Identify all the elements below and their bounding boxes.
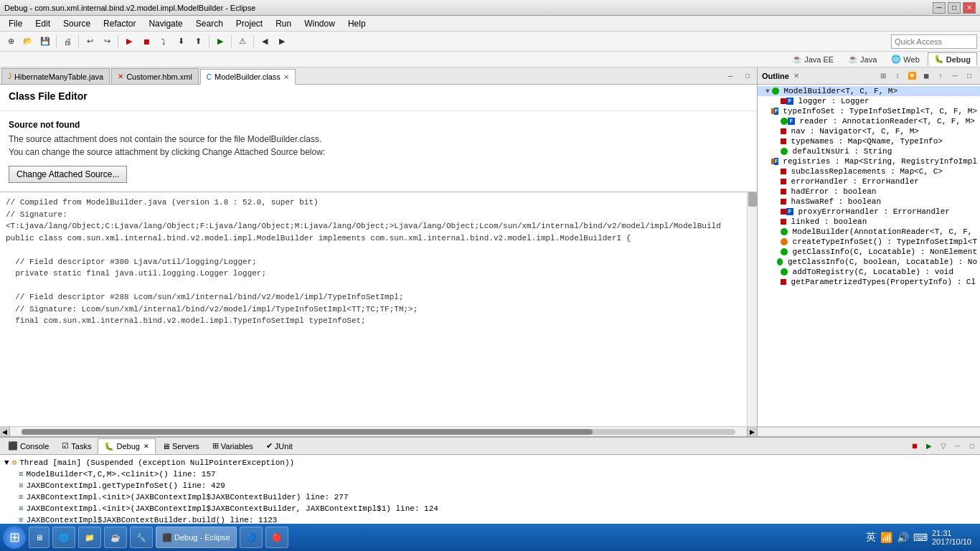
tree-row-addToRegistry[interactable]: addToRegistry(C, Locatable) : void: [758, 267, 980, 277]
tab-modelbuilder[interactable]: C ModelBuilder.class ✕: [200, 69, 296, 85]
persp-javaee-btn[interactable]: ☕ Java EE: [786, 52, 840, 66]
outline-sort-btn[interactable]: ↕: [891, 70, 904, 83]
debug-frame-2[interactable]: ≡ JAXBContextImpl.getTypeInfoSet() line:…: [4, 480, 976, 491]
taskbar-btn-4[interactable]: ☕: [104, 527, 127, 548]
tree-row-reader[interactable]: F reader : AnnotationReader<T, C, F, M>: [758, 116, 980, 126]
close-button[interactable]: ✕: [963, 2, 976, 14]
tb-undo-btn[interactable]: ↩: [82, 34, 98, 50]
editor-minimize-btn[interactable]: ─: [722, 68, 738, 84]
outline-show-inherited-btn[interactable]: ↑: [934, 70, 947, 83]
code-horizontal-scrollbar[interactable]: ◀ ▶: [0, 426, 757, 436]
debug-tab-close[interactable]: ✕: [143, 443, 149, 450]
taskbar-btn-5[interactable]: 🔧: [130, 527, 153, 548]
tree-row-createTypeInfoSet[interactable]: createTypeInfoSet() : TypeInfoSetImpl<T: [758, 237, 980, 247]
start-button[interactable]: ⊞: [3, 526, 26, 549]
menu-edit[interactable]: Edit: [29, 17, 56, 30]
tree-row-modelbuilder[interactable]: ▼ ModelBuilder<T, C, F, M>: [758, 86, 980, 96]
menu-search[interactable]: Search: [190, 17, 229, 30]
tab-servers[interactable]: 🖥 Servers: [156, 438, 206, 454]
tree-row-proxyErrorHandler[interactable]: F proxyErrorHandler : ErrorHandler: [758, 207, 980, 217]
menu-refactor[interactable]: Refactor: [98, 17, 141, 30]
editor-maximize-btn[interactable]: □: [740, 68, 755, 84]
tree-row-getParametrizedTypes[interactable]: getParametrizedTypes(PropertyInfo) : Cl: [758, 277, 980, 287]
tree-row-typeNames[interactable]: typeNames : Map<QName, TypeInfo>: [758, 136, 980, 146]
tree-row-constructor[interactable]: ModelBuilder(AnnotationReader<T, C, F,: [758, 227, 980, 237]
tree-row-logger[interactable]: F logger : Logger: [758, 96, 980, 106]
taskbar-btn-3[interactable]: 📁: [78, 527, 101, 548]
debug-frame-1[interactable]: ≡ ModelBuilder<T,C,M>.<clinit>() line: 1…: [4, 468, 976, 480]
menu-file[interactable]: File: [3, 17, 28, 30]
tree-row-hasSwaRef[interactable]: hasSwaRef : boolean: [758, 197, 980, 207]
menu-navigate[interactable]: Navigate: [143, 17, 188, 30]
outline-tree[interactable]: ▼ ModelBuilder<T, C, F, M> F logger : Lo…: [758, 85, 980, 426]
tb-back-btn[interactable]: ◀: [257, 34, 273, 50]
outline-min-btn[interactable]: ─: [948, 70, 961, 83]
menu-source[interactable]: Source: [57, 17, 96, 30]
persp-debug-btn[interactable]: 🐛 Debug: [928, 52, 977, 66]
tb-redo-btn[interactable]: ↪: [99, 34, 115, 50]
tab-customer[interactable]: ✕ Customer.hbm.xml: [111, 68, 199, 84]
tree-row-nav[interactable]: nav : Navigator<T, C, F, M>: [758, 126, 980, 136]
tree-row-linked[interactable]: linked : boolean: [758, 217, 980, 227]
change-attached-source-button[interactable]: Change Attached Source...: [9, 166, 127, 183]
persp-web-btn[interactable]: 🌐 Web: [885, 52, 925, 66]
persp-java-btn[interactable]: ☕ Java: [842, 52, 883, 66]
tab-debug[interactable]: 🐛 Debug ✕: [98, 438, 155, 454]
tb-forward-btn[interactable]: ▶: [274, 34, 290, 50]
code-scroll-right[interactable]: [747, 192, 757, 426]
tab-console[interactable]: ⬛ Console: [1, 438, 55, 454]
taskbar-btn-6[interactable]: 🔵: [240, 527, 263, 548]
tb-save-btn[interactable]: 💾: [37, 34, 53, 50]
tab-hibernate[interactable]: J HibernateManyTable.java: [1, 68, 110, 84]
bottom-maximize-btn[interactable]: □: [966, 440, 979, 453]
tree-row-hadError[interactable]: hadError : boolean: [758, 187, 980, 197]
tree-row-typeInfoSet[interactable]: F typeInfoSet : TypeInfoSetImpl<T, C, F,…: [758, 106, 980, 116]
tab-variables[interactable]: ⊞ Variables: [206, 438, 260, 454]
tb-stop-btn[interactable]: ⏹: [138, 34, 154, 50]
debug-frame-4[interactable]: ≡ JAXBContextImpl.<init>(JAXBContextImpl…: [4, 503, 976, 514]
menu-help[interactable]: Help: [342, 17, 372, 30]
tb-open-btn[interactable]: 📂: [20, 34, 36, 50]
outline-hide-fields-btn[interactable]: ◼: [920, 70, 933, 83]
debug-resume-btn[interactable]: ▶: [923, 440, 936, 453]
debug-frame-3[interactable]: ≡ JAXBContextImpl.<init>(JAXBContextImpl…: [4, 491, 976, 503]
taskbar-btn-7[interactable]: 🔴: [265, 527, 288, 548]
tree-row-registries[interactable]: F registries : Map<String, RegistryInfoI…: [758, 156, 980, 166]
bottom-minimize-btn[interactable]: ─: [951, 440, 964, 453]
menu-project[interactable]: Project: [230, 17, 268, 30]
scroll-left-btn[interactable]: ◀: [0, 427, 10, 437]
tb-stepover-btn[interactable]: ⤵: [156, 34, 171, 50]
tb-stepinto-btn[interactable]: ⬇: [173, 34, 189, 50]
tree-row-getClassInfo2[interactable]: getClassInfo(C, boolean, Locatable) : No: [758, 257, 980, 267]
scroll-right-btn[interactable]: ▶: [747, 427, 757, 437]
quick-access-input[interactable]: [891, 34, 977, 49]
tb-stepout-btn[interactable]: ⬆: [190, 34, 206, 50]
tb-next-err-btn[interactable]: ⚠: [235, 34, 250, 50]
outline-collapse-btn[interactable]: ⊞: [877, 70, 890, 83]
modelbuilder-tab-close[interactable]: ✕: [283, 73, 289, 81]
menu-window[interactable]: Window: [298, 17, 341, 30]
tab-tasks[interactable]: ☑ Tasks: [55, 438, 98, 454]
tree-row-defaultNsUri[interactable]: defaultNsUri : String: [758, 146, 980, 156]
tb-print-btn[interactable]: 🖨: [60, 34, 75, 50]
taskbar-eclipse-btn[interactable]: ⬛ Debug - Eclipse: [156, 527, 237, 548]
minimize-button[interactable]: ─: [933, 2, 946, 14]
expand-icon-root[interactable]: ▼: [763, 88, 772, 95]
taskbar-btn-1[interactable]: 🖥: [29, 527, 50, 548]
outline-hscroll[interactable]: [758, 426, 980, 436]
tb-debug-btn[interactable]: ▶: [121, 34, 137, 50]
taskbar-btn-2[interactable]: 🌐: [52, 527, 75, 548]
code-area[interactable]: // Compiled from ModelBuilder.java (vers…: [0, 192, 757, 426]
tb-run-btn[interactable]: ▶: [212, 34, 228, 50]
debug-stop-btn[interactable]: ⏹: [908, 440, 921, 453]
tab-junit[interactable]: ✔ JUnit: [260, 438, 299, 454]
maximize-button[interactable]: □: [948, 2, 961, 14]
outline-max-btn[interactable]: □: [963, 70, 976, 83]
outline-filter-btn[interactable]: 🔽: [905, 70, 918, 83]
menu-run[interactable]: Run: [270, 17, 297, 30]
tree-row-errorHandler[interactable]: errorHandler : ErrorHandler: [758, 176, 980, 187]
tree-row-subclassReplacements[interactable]: subclassReplacements : Map<C, C>: [758, 166, 980, 176]
tree-row-getClassInfo1[interactable]: getClassInfo(C, Locatable) : NonElement: [758, 247, 980, 257]
tb-new-btn[interactable]: ⊕: [3, 34, 19, 50]
debug-dropdown-btn[interactable]: ▽: [937, 440, 950, 453]
